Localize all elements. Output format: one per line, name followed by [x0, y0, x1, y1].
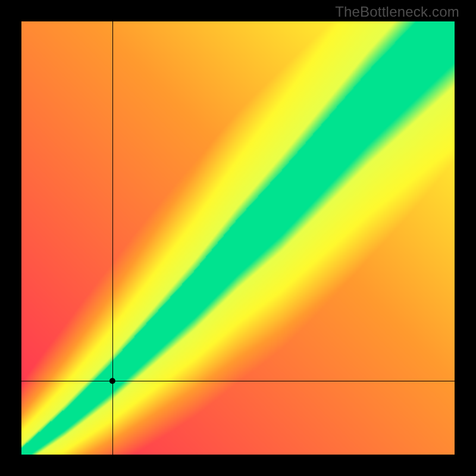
chart-frame: TheBottleneck.com: [0, 0, 476, 476]
watermark-text: TheBottleneck.com: [335, 4, 459, 20]
crosshair-overlay: [21, 21, 455, 455]
